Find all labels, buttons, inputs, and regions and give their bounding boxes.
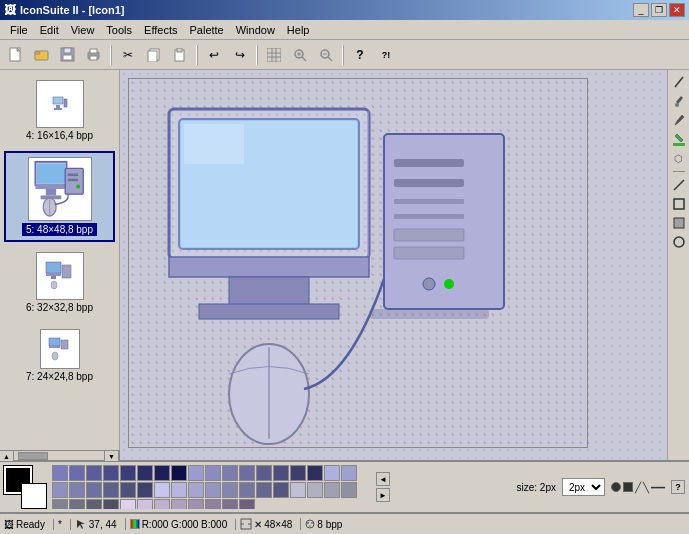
palette-color-swatch[interactable]: [171, 482, 187, 498]
palette-color-swatch[interactable]: [290, 465, 306, 481]
palette-color-swatch[interactable]: [205, 465, 221, 481]
palette-color-swatch[interactable]: [205, 499, 221, 509]
help-tool-button[interactable]: ?: [671, 480, 685, 494]
bg-color-swatch[interactable]: [22, 484, 46, 508]
line-tool[interactable]: [671, 177, 687, 193]
palette-color-swatch[interactable]: [239, 482, 255, 498]
canvas-container[interactable]: [128, 78, 588, 448]
minimize-button[interactable]: _: [633, 3, 649, 17]
menu-palette[interactable]: Palette: [183, 22, 229, 38]
copy-button[interactable]: [142, 44, 166, 66]
scroll-up[interactable]: ▲: [0, 451, 14, 461]
palette-color-swatch[interactable]: [341, 482, 357, 498]
pen-tool[interactable]: [671, 112, 687, 128]
icon-item-4[interactable]: 7: 24×24,8 bpp: [4, 323, 115, 388]
zoom-in-button[interactable]: [288, 44, 312, 66]
palette-right-button[interactable]: ►: [376, 488, 390, 502]
palette-color-swatch[interactable]: [188, 465, 204, 481]
palette-color-swatch[interactable]: [120, 465, 136, 481]
dot-tool-2[interactable]: [623, 482, 633, 492]
palette-color-swatch[interactable]: [256, 465, 272, 481]
close-button[interactable]: ✕: [669, 3, 685, 17]
fill-tool[interactable]: [671, 131, 687, 147]
palette-color-swatch[interactable]: [188, 499, 204, 509]
palette-color-swatch[interactable]: [273, 465, 289, 481]
cut-button[interactable]: ✂: [116, 44, 140, 66]
palette-color-swatch[interactable]: [239, 499, 255, 509]
menu-effects[interactable]: Effects: [138, 22, 183, 38]
save-button[interactable]: [56, 44, 80, 66]
palette-color-swatch[interactable]: [256, 482, 272, 498]
palette-color-swatch[interactable]: [52, 465, 68, 481]
rect-tool[interactable]: [671, 196, 687, 212]
palette-color-swatch[interactable]: [222, 482, 238, 498]
palette-color-swatch[interactable]: [69, 482, 85, 498]
menu-view[interactable]: View: [65, 22, 101, 38]
palette-color-swatch[interactable]: [69, 465, 85, 481]
palette-color-swatch[interactable]: [52, 499, 68, 509]
new-button[interactable]: [4, 44, 28, 66]
palette-color-swatch[interactable]: [222, 465, 238, 481]
help-button[interactable]: ?: [348, 44, 372, 66]
icon-item-2[interactable]: 5: 48×48,8 bpp: [4, 151, 115, 242]
palette-color-swatch[interactable]: [137, 465, 153, 481]
minus-tool[interactable]: —: [651, 479, 665, 495]
scroll-down[interactable]: ▼: [104, 451, 118, 461]
palette-color-swatch[interactable]: [52, 482, 68, 498]
size-dropdown[interactable]: 1px 2px 3px 4px: [562, 478, 605, 496]
menu-window[interactable]: Window: [230, 22, 281, 38]
open-button[interactable]: [30, 44, 54, 66]
dot-tool-1[interactable]: [611, 482, 621, 492]
palette-color-swatch[interactable]: [188, 482, 204, 498]
palette-color-swatch[interactable]: [154, 499, 170, 509]
palette-color-swatch[interactable]: [103, 482, 119, 498]
palette-color-swatch[interactable]: [324, 465, 340, 481]
print-button[interactable]: [82, 44, 106, 66]
ellipse-tool[interactable]: [671, 234, 687, 250]
about-button[interactable]: ?!: [374, 44, 398, 66]
palette-color-swatch[interactable]: [205, 482, 221, 498]
palette-color-swatch[interactable]: [171, 499, 187, 509]
menu-file[interactable]: File: [4, 22, 34, 38]
palette-color-swatch[interactable]: [307, 482, 323, 498]
palette-color-swatch[interactable]: [171, 465, 187, 481]
palette-color-swatch[interactable]: [120, 482, 136, 498]
paste-button[interactable]: [168, 44, 192, 66]
zoom-out-button[interactable]: [314, 44, 338, 66]
backslash-tool[interactable]: ╲: [643, 482, 649, 493]
redo-button[interactable]: ↪: [228, 44, 252, 66]
palette-color-swatch[interactable]: [290, 482, 306, 498]
palette-color-swatch[interactable]: [307, 465, 323, 481]
palette-color-swatch[interactable]: [239, 465, 255, 481]
palette-color-swatch[interactable]: [103, 465, 119, 481]
menu-tools[interactable]: Tools: [100, 22, 138, 38]
palette-left-button[interactable]: ◄: [376, 472, 390, 486]
menu-help[interactable]: Help: [281, 22, 316, 38]
palette-color-swatch[interactable]: [137, 499, 153, 509]
palette-color-swatch[interactable]: [273, 482, 289, 498]
title-bar-controls[interactable]: _ ❐ ✕: [633, 3, 685, 17]
icon-item-3[interactable]: 6: 32×32,8 bpp: [4, 246, 115, 319]
palette-color-swatch[interactable]: [86, 482, 102, 498]
palette-color-swatch[interactable]: [120, 499, 136, 509]
palette-color-swatch[interactable]: [222, 499, 238, 509]
undo-button[interactable]: ↩: [202, 44, 226, 66]
brush-tool[interactable]: [671, 93, 687, 109]
palette-color-swatch[interactable]: [341, 465, 357, 481]
grid-button[interactable]: [262, 44, 286, 66]
icon-item-1[interactable]: 4: 16×16,4 bpp: [4, 74, 115, 147]
pencil-tool[interactable]: [671, 74, 687, 90]
palette-color-swatch[interactable]: [324, 482, 340, 498]
palette-color-swatch[interactable]: [86, 499, 102, 509]
palette-color-swatch[interactable]: [103, 499, 119, 509]
eraser-tool[interactable]: ⬡: [671, 150, 687, 166]
menu-edit[interactable]: Edit: [34, 22, 65, 38]
palette-color-swatch[interactable]: [154, 482, 170, 498]
palette-color-swatch[interactable]: [154, 465, 170, 481]
palette-color-swatch[interactable]: [69, 499, 85, 509]
slash-tool[interactable]: ╱: [635, 482, 641, 493]
filled-rect-tool[interactable]: [671, 215, 687, 231]
palette-color-swatch[interactable]: [137, 482, 153, 498]
palette-color-swatch[interactable]: [86, 465, 102, 481]
restore-button[interactable]: ❐: [651, 3, 667, 17]
